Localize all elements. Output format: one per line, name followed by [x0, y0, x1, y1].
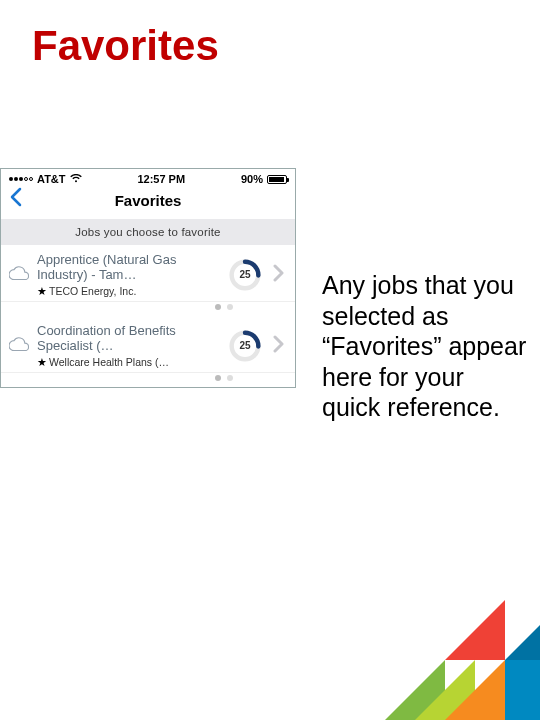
status-time: 12:57 PM	[137, 173, 185, 185]
slide-title: Favorites	[32, 22, 219, 70]
slide-description: Any jobs that you selected as “Favorites…	[322, 270, 527, 423]
cloud-icon	[9, 266, 29, 284]
svg-marker-7	[445, 600, 505, 660]
score-value: 25	[229, 259, 261, 291]
score-gauge: 25	[229, 259, 261, 291]
page-dots	[1, 373, 295, 387]
battery-icon	[267, 175, 287, 184]
battery-pct: 90%	[241, 173, 263, 185]
job-title: Coordination of Benefits Specialist (…	[37, 324, 221, 354]
job-company: ★TECO Energy, Inc.	[37, 285, 221, 297]
svg-rect-10	[505, 660, 540, 720]
svg-marker-11	[505, 625, 540, 660]
chevron-right-icon	[269, 262, 289, 288]
corner-art	[350, 575, 540, 720]
page-dots	[1, 302, 295, 316]
signal-dots-icon	[9, 177, 33, 181]
list-subheader: Jobs you choose to favorite	[1, 219, 295, 245]
score-gauge: 25	[229, 330, 261, 362]
nav-bar: Favorites	[1, 187, 295, 219]
list-item[interactable]: Apprentice (Natural Gas Industry) - Tam……	[1, 245, 295, 302]
wifi-icon	[70, 173, 82, 185]
chevron-right-icon	[269, 333, 289, 359]
carrier-label: AT&T	[37, 173, 66, 185]
phone-screenshot: AT&T 12:57 PM 90% Favorites Jobs you cho…	[0, 168, 296, 388]
job-company: ★Wellcare Health Plans (…	[37, 356, 221, 368]
star-icon: ★	[37, 356, 47, 368]
score-value: 25	[229, 330, 261, 362]
favorites-list: Apprentice (Natural Gas Industry) - Tam……	[1, 245, 295, 387]
star-icon: ★	[37, 285, 47, 297]
cloud-icon	[9, 337, 29, 355]
status-bar: AT&T 12:57 PM 90%	[1, 169, 295, 187]
job-title: Apprentice (Natural Gas Industry) - Tam…	[37, 253, 221, 283]
nav-title: Favorites	[9, 192, 287, 209]
list-item[interactable]: Coordination of Benefits Specialist (… ★…	[1, 316, 295, 373]
